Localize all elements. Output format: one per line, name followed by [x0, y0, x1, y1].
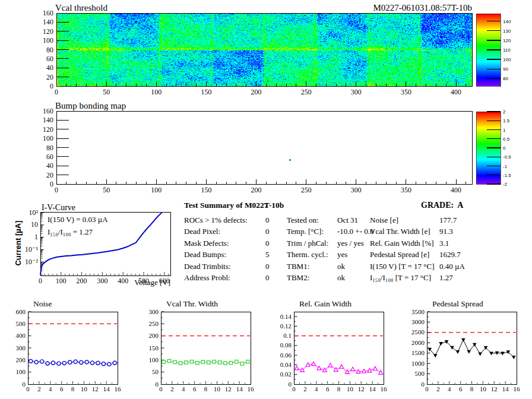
module-id-title: M0227-061031.08:57T-10b	[373, 3, 472, 13]
data-point	[40, 360, 44, 363]
summary-value: 0	[265, 273, 270, 283]
summary-label: Dead Bumps:	[184, 250, 226, 259]
summary-row: Temp. [°C]:-10.0 +- 0.0	[287, 227, 373, 238]
svg-text:2: 2	[37, 385, 41, 392]
svg-text:4: 4	[182, 385, 185, 392]
svg-text:0.14: 0.14	[280, 313, 292, 320]
data-point	[489, 352, 493, 355]
summary-label: ROCs > 1% defects:	[184, 216, 248, 225]
summary-label: I(150 V) [T = 17 °C]	[370, 262, 434, 271]
svg-text:150: 150	[201, 88, 211, 96]
svg-text:200: 200	[251, 186, 262, 194]
summary-row: Rel. Gain Width [%]3.1	[370, 239, 506, 250]
summary-label: Therm. cycl.:	[287, 250, 328, 259]
data-point	[224, 362, 227, 365]
data-point	[85, 360, 88, 364]
data-point	[351, 367, 355, 370]
data-point	[317, 366, 321, 370]
data-point	[501, 352, 505, 355]
summary-row: Trim / phCal:yes / yes	[287, 239, 373, 250]
data-point	[506, 350, 511, 354]
summary-label: Dead Trimbits:	[184, 262, 230, 271]
noise-plot-title: Noise	[33, 299, 52, 309]
svg-text:80: 80	[46, 46, 53, 54]
data-point	[190, 360, 193, 363]
summary-label: TBM1:	[287, 262, 309, 271]
data-point	[334, 368, 338, 371]
data-point	[461, 338, 466, 342]
data-point	[300, 368, 305, 372]
svg-text:2: 2	[503, 109, 506, 115]
svg-text:80: 80	[46, 144, 53, 152]
data-point	[345, 370, 349, 373]
bump-map-title: Bump bonding map	[55, 101, 126, 111]
data-point	[80, 360, 83, 364]
summary-row: Address Probl:0	[184, 273, 288, 284]
data-point	[179, 362, 182, 365]
summary-label: Address Probl:	[184, 273, 230, 283]
svg-text:400: 400	[451, 186, 461, 194]
data-point	[512, 356, 516, 359]
data-point	[484, 346, 488, 350]
summary-label: Temp. [°C]:	[287, 227, 324, 236]
data-point	[240, 362, 243, 365]
svg-text:160: 160	[43, 107, 53, 115]
svg-text:0: 0	[23, 381, 26, 388]
svg-text:10⁻²: 10⁻²	[25, 258, 38, 266]
data-point	[473, 343, 477, 347]
svg-text:100: 100	[16, 368, 26, 375]
summary-row: Pedestal Spread [e]1629.7	[370, 250, 506, 261]
data-point	[167, 359, 170, 362]
svg-text:1: 1	[503, 128, 506, 133]
summary-row: TBM2:ok	[287, 273, 373, 284]
summary-module-type: T-10b	[264, 201, 284, 210]
data-point	[478, 353, 482, 356]
pedestal-spread-per-roc-plot: 0500100015002000250030003500024681012141…	[411, 308, 520, 393]
grade-value: A	[457, 201, 463, 210]
svg-text:0: 0	[55, 88, 58, 96]
vcal-map-title: Vcal threshold	[55, 3, 107, 13]
svg-text:200: 200	[149, 332, 159, 339]
svg-text:8: 8	[337, 385, 341, 392]
summary-row: Tested on:Oct 31	[287, 216, 373, 227]
summary-value: yes	[337, 250, 347, 259]
module-test-report: Vcal threshold M0227-061031.08:57T-10b B…	[0, 0, 532, 399]
svg-text:0: 0	[422, 381, 425, 388]
data-point	[312, 362, 316, 365]
svg-text:0: 0	[503, 145, 506, 151]
svg-text:500: 500	[415, 370, 425, 377]
data-point	[495, 352, 499, 355]
summary-value: yes / yes	[337, 239, 364, 248]
svg-text:4: 4	[315, 385, 318, 392]
data-point	[445, 340, 449, 344]
svg-text:140: 140	[43, 18, 53, 26]
svg-text:0.04: 0.04	[280, 361, 292, 368]
svg-text:1000: 1000	[411, 360, 425, 367]
data-point	[328, 363, 332, 367]
bump-bonding-map-axes: 0204060801001201401600501001502002503003…	[43, 107, 511, 194]
svg-text:16: 16	[248, 385, 255, 392]
svg-text:3000: 3000	[411, 318, 425, 325]
svg-text:0: 0	[159, 385, 163, 392]
svg-text:0: 0	[289, 381, 292, 388]
summary-value: ok	[337, 273, 345, 283]
summary-row: Noise [e]177.7	[370, 216, 506, 227]
svg-text:2000: 2000	[411, 339, 425, 346]
summary-row: Dead Pixel:0	[184, 227, 288, 238]
svg-text:6: 6	[459, 385, 463, 392]
data-point	[107, 362, 111, 366]
data-point	[68, 360, 72, 364]
grade: GRADE:A	[421, 201, 467, 210]
data-point	[162, 360, 165, 363]
summary-value: 1629.7	[439, 250, 461, 259]
svg-text:8: 8	[470, 385, 474, 392]
svg-text:50: 50	[152, 368, 159, 375]
svg-text:350: 350	[401, 88, 411, 96]
summary-row: Dead Trimbits:0	[184, 262, 288, 273]
data-point	[456, 350, 460, 354]
svg-text:130: 130	[503, 28, 511, 34]
summary-row: Mask Defects:0	[184, 239, 288, 250]
svg-text:10²: 10²	[28, 208, 38, 217]
data-point	[356, 369, 360, 373]
svg-text:120: 120	[43, 125, 53, 134]
